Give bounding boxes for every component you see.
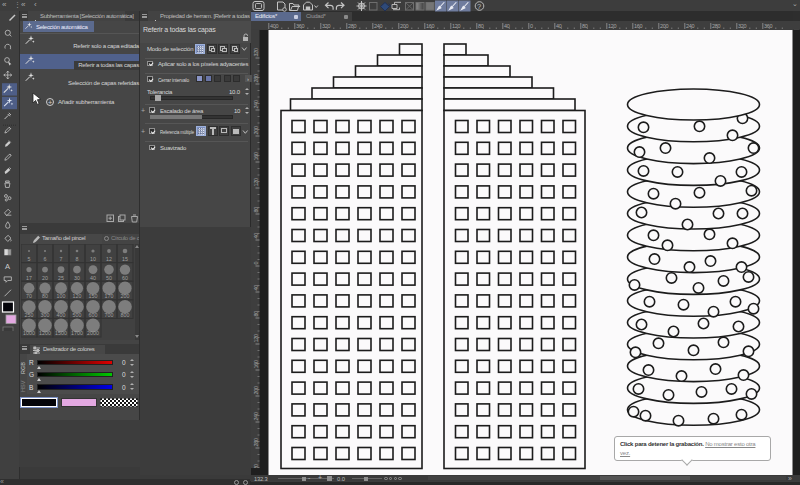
svg-text:6: 6 — [44, 256, 47, 262]
svg-text:200: 200 — [253, 386, 259, 395]
svg-text:120: 120 — [253, 178, 259, 187]
svg-text:360: 360 — [296, 23, 305, 29]
svg-text:1700: 1700 — [71, 330, 83, 336]
svg-text:320: 320 — [322, 23, 331, 29]
svg-text:280: 280 — [253, 74, 259, 83]
svg-text:80: 80 — [478, 23, 484, 29]
svg-text:250: 250 — [25, 312, 34, 318]
svg-text:12: 12 — [106, 256, 112, 262]
svg-text:20: 20 — [42, 275, 48, 281]
svg-text:A: A — [5, 262, 11, 271]
svg-text:17: 17 — [26, 275, 32, 281]
svg-text:120: 120 — [452, 23, 461, 29]
svg-text:400: 400 — [270, 23, 279, 29]
svg-text:200: 200 — [121, 293, 130, 299]
svg-text:600: 600 — [89, 312, 98, 318]
svg-text:2000: 2000 — [87, 330, 99, 336]
svg-text:5: 5 — [28, 256, 31, 262]
svg-text:320: 320 — [253, 48, 259, 57]
svg-text:100: 100 — [57, 293, 66, 299]
svg-text:1500: 1500 — [55, 330, 67, 336]
svg-text:800: 800 — [121, 312, 130, 318]
svg-text:40: 40 — [504, 23, 510, 29]
svg-text:80: 80 — [42, 293, 48, 299]
svg-text:80: 80 — [253, 311, 259, 317]
svg-text:160: 160 — [253, 152, 259, 161]
svg-text:120: 120 — [73, 293, 82, 299]
svg-text:30: 30 — [74, 275, 80, 281]
svg-text:300: 300 — [41, 312, 50, 318]
svg-text:50: 50 — [106, 275, 112, 281]
svg-text:40: 40 — [556, 23, 562, 29]
svg-text:170: 170 — [105, 293, 114, 299]
svg-text:40: 40 — [90, 275, 96, 281]
svg-text:200: 200 — [400, 23, 409, 29]
svg-text:320: 320 — [253, 464, 259, 468]
svg-text:280: 280 — [712, 23, 721, 29]
svg-text:1000: 1000 — [23, 330, 35, 336]
svg-text:160: 160 — [253, 360, 259, 369]
svg-text:1200: 1200 — [39, 330, 51, 336]
svg-text:0: 0 — [253, 262, 259, 265]
svg-text:500: 500 — [73, 312, 82, 318]
svg-text:240: 240 — [374, 23, 383, 29]
svg-text:240: 240 — [686, 23, 695, 29]
svg-text:40: 40 — [253, 233, 259, 239]
svg-text:40: 40 — [253, 285, 259, 291]
svg-text:80: 80 — [582, 23, 588, 29]
svg-text:160: 160 — [426, 23, 435, 29]
svg-text:120: 120 — [253, 334, 259, 343]
svg-text:10: 10 — [90, 256, 96, 262]
svg-text:15: 15 — [122, 256, 128, 262]
svg-text:?: ? — [477, 2, 481, 11]
svg-text:80: 80 — [253, 207, 259, 213]
svg-text:70: 70 — [26, 293, 32, 299]
svg-text:240: 240 — [253, 412, 259, 421]
svg-text:0: 0 — [530, 23, 533, 29]
svg-text:240: 240 — [253, 100, 259, 109]
svg-text:120: 120 — [608, 23, 617, 29]
svg-text:200: 200 — [660, 23, 669, 29]
svg-text:8: 8 — [76, 256, 79, 262]
svg-text:280: 280 — [348, 23, 357, 29]
svg-text:150: 150 — [89, 293, 98, 299]
svg-text:700: 700 — [105, 312, 114, 318]
svg-text:160: 160 — [634, 23, 643, 29]
svg-text:7: 7 — [60, 256, 63, 262]
svg-text:25: 25 — [58, 275, 64, 281]
svg-text:360: 360 — [764, 23, 773, 29]
svg-text:280: 280 — [253, 438, 259, 447]
svg-text:60: 60 — [122, 275, 128, 281]
svg-text:200: 200 — [253, 126, 259, 135]
svg-text:400: 400 — [57, 312, 66, 318]
svg-text:320: 320 — [738, 23, 747, 29]
